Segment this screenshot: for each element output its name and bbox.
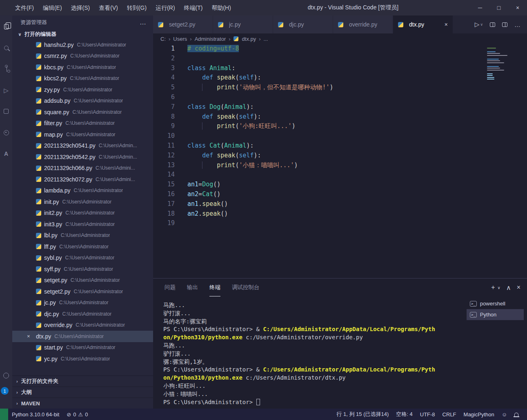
editor-tab[interactable]: djc.py [273, 15, 333, 33]
indentation-item[interactable]: 空格: 4 [392, 409, 416, 420]
explorer-icon[interactable] [0, 22, 12, 31]
open-editor-item[interactable]: djc.pyC:\Users\Administrator [12, 308, 153, 320]
open-editor-item[interactable]: ×dtx.pyC:\Users\Administrator [12, 331, 153, 342]
close-icon[interactable]: × [445, 21, 448, 28]
open-editor-item[interactable]: 20211329ch0542.pyC:\Users\Admin... [12, 151, 153, 163]
test-icon[interactable] [0, 128, 12, 137]
notifications-item[interactable] [511, 409, 522, 420]
open-editor-item[interactable]: init.pyC:\Users\Administrator [12, 196, 153, 208]
breadcrumb-item[interactable]: ... [264, 36, 268, 42]
minimap[interactable] [487, 46, 523, 82]
menu-item[interactable]: 终端(T) [180, 0, 207, 15]
open-editors-header[interactable]: ∨ 打开的编辑器 [12, 29, 153, 39]
section-header[interactable]: ›MAVEN [12, 398, 153, 409]
source-control-icon[interactable] [0, 64, 12, 73]
maximize-button[interactable]: □ [489, 0, 508, 15]
file-name: lambda.py [44, 187, 71, 194]
run-python-file-button[interactable]: ▷∨ [475, 21, 483, 28]
language-mode-item[interactable]: MagicPython [460, 409, 498, 420]
remote-indicator[interactable] [0, 409, 8, 420]
open-editor-item[interactable]: kbcs.pyC:\Users\Administrator [12, 62, 153, 73]
open-editor-item[interactable]: 20211329ch072.pyC:\Users\Admini... [12, 174, 153, 185]
line-number: 2 [153, 54, 175, 64]
breadcrumb-item[interactable]: C: [160, 36, 166, 42]
open-editor-item[interactable]: square.pyC:\Users\Administrator [12, 106, 153, 118]
docs-icon[interactable]: A [0, 149, 12, 158]
terminal-panel[interactable]: 马跑...驴打滚...马的名字:骡宝莉PS C:\Users\Administr… [153, 296, 527, 409]
open-editor-item[interactable]: override.pyC:\Users\Administrator [12, 320, 153, 331]
open-editor-item[interactable]: addsub.pyC:\Users\Administrator [12, 95, 153, 107]
open-editor-item[interactable]: 20211329ch0541.pyC:\Users\Admin... [12, 140, 153, 152]
encoding-item[interactable]: UTF-8 [416, 409, 439, 420]
open-editor-item[interactable]: kbcs2.pyC:\Users\Administrator [12, 73, 153, 84]
terminal-session[interactable]: >_Python [467, 309, 524, 320]
close-button[interactable]: × [508, 0, 527, 15]
open-editor-item[interactable]: start.pyC:\Users\Administrator [12, 342, 153, 354]
python-interpreter-item[interactable]: Python 3.10.0 64-bit [8, 409, 63, 420]
editor-scrollbar[interactable] [523, 44, 527, 278]
section-header[interactable]: ›无打开的文件夹 [12, 376, 153, 387]
code-editor[interactable]: 1# coding=utf-823class Animal:4 def spea… [153, 44, 527, 278]
menu-item[interactable]: 运行(R) [151, 0, 179, 15]
search-icon[interactable] [0, 43, 12, 52]
open-editor-item[interactable]: yc.pyC:\Users\Administrator [12, 353, 153, 365]
open-editor-item[interactable]: hanshu2.pyC:\Users\Administrator [12, 39, 153, 51]
open-editor-item[interactable]: lambda.pyC:\Users\Administrator [12, 185, 153, 197]
editor-tab[interactable]: setget2.py [153, 15, 213, 33]
new-terminal-icon[interactable]: + [491, 284, 495, 291]
open-editor-item[interactable]: csmrz.pyC:\Users\Administrator [12, 51, 153, 62]
menu-item[interactable]: 帮助(H) [207, 0, 235, 15]
token: ) [292, 122, 296, 130]
maximize-panel-icon[interactable]: ∧ [506, 284, 511, 292]
open-editors-list: hanshu2.pyC:\Users\Administratorcsmrz.py… [12, 39, 153, 376]
open-editor-item[interactable]: setget.pyC:\Users\Administrator [12, 275, 153, 286]
open-editor-item[interactable]: init3.pyC:\Users\Administrator [12, 219, 153, 230]
open-editor-item[interactable]: init2.pyC:\Users\Administrator [12, 208, 153, 219]
section-header[interactable]: ›大纲 [12, 387, 153, 398]
run-debug-icon[interactable]: ▷ [0, 86, 12, 95]
breadcrumb-item[interactable]: dtx.py [242, 36, 256, 42]
extensions-icon[interactable] [0, 107, 12, 116]
panel-tab[interactable]: 终端 [209, 279, 220, 296]
close-icon[interactable]: × [27, 333, 36, 339]
open-editor-item[interactable]: setget2.pyC:\Users\Administrator [12, 286, 153, 297]
open-editor-item[interactable]: filter.pyC:\Users\Administrator [12, 118, 153, 129]
cursor-position-item[interactable]: 行 1, 列 15 (已选择14) [333, 409, 392, 420]
problems-item[interactable]: ⊘ 0 ⚠ 0 [63, 409, 91, 420]
layout-icon[interactable] [502, 22, 507, 27]
eol-item[interactable]: CRLF [439, 409, 460, 420]
open-editor-item[interactable]: lff.pyC:\Users\Administrator [12, 241, 153, 252]
file-path: C:\Users\Administrator [70, 75, 119, 81]
menu-item[interactable]: 查看(V) [94, 0, 122, 15]
panel-tab[interactable]: 问题 [165, 279, 176, 296]
feedback-item[interactable]: ☺ [498, 409, 511, 420]
breadcrumb-item[interactable]: Users [173, 36, 187, 42]
open-editor-item[interactable]: sybl.pyC:\Users\Administrator [12, 252, 153, 264]
token [187, 84, 202, 91]
menu-item[interactable]: 文件(F) [11, 0, 38, 15]
open-editor-item[interactable]: jc.pyC:\Users\Administrator [12, 297, 153, 309]
open-editor-item[interactable]: zyy.pyC:\Users\Administrator [12, 84, 153, 95]
split-editor-icon[interactable] [490, 22, 495, 27]
panel-tab[interactable]: 调试控制台 [232, 279, 260, 296]
open-editor-item[interactable]: syff.pyC:\Users\Administrator [12, 263, 153, 275]
panel-tab[interactable]: 输出 [187, 279, 198, 296]
more-actions-icon[interactable]: … [140, 19, 147, 26]
open-editor-item[interactable]: map.pyC:\Users\Administrator [12, 129, 153, 140]
menu-item[interactable]: 选择(S) [67, 0, 95, 15]
menu-item[interactable]: 转到(G) [122, 0, 151, 15]
open-editor-item[interactable]: lbl.pyC:\Users\Administrator [12, 230, 153, 241]
breadcrumb-item[interactable]: Administrator [195, 36, 226, 42]
more-editor-actions-icon[interactable]: … [514, 21, 520, 28]
file-name: setget2.py [44, 288, 71, 295]
editor-tab[interactable]: jc.py [213, 15, 273, 33]
editor-tab[interactable]: override.py [333, 15, 393, 33]
close-panel-icon[interactable]: × [517, 284, 520, 291]
open-editor-item[interactable]: 20211329ch066.pyC:\Users\Admini... [12, 163, 153, 174]
menu-item[interactable]: 编辑(E) [38, 0, 67, 15]
minimize-button[interactable]: ─ [471, 0, 489, 15]
terminal-dropdown-icon[interactable]: ∨ [498, 285, 500, 290]
terminal-session[interactable]: >_powershell [467, 298, 524, 309]
account-icon[interactable] [0, 371, 12, 380]
editor-tab[interactable]: dtx.py× [393, 15, 453, 33]
